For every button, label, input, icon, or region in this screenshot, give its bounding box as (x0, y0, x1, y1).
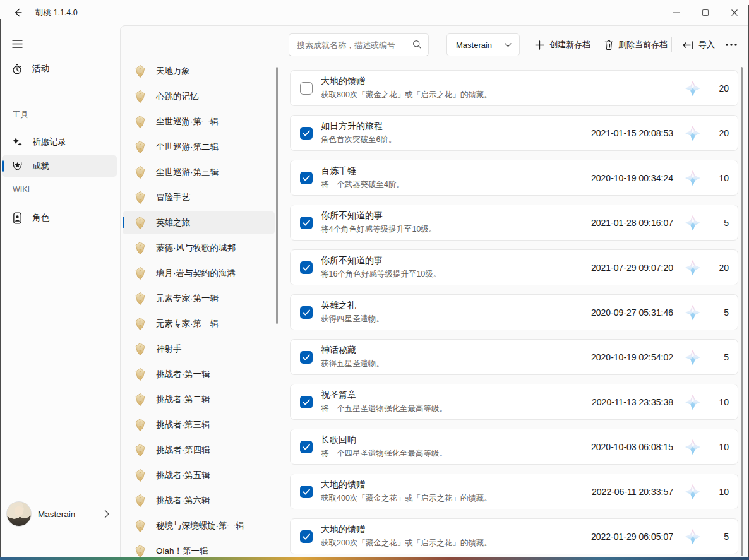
achievement-scrollbar[interactable] (741, 67, 743, 556)
maximize-button[interactable] (691, 0, 720, 25)
primogem-icon (685, 349, 701, 366)
sidebar-item-activity[interactable]: 活动 (2, 58, 117, 80)
minimize-icon (673, 9, 680, 16)
category-item[interactable]: 挑战者·第一辑 (123, 363, 275, 386)
achievement-checkbox[interactable] (300, 127, 313, 140)
category-item[interactable]: 尘世巡游·第二辑 (123, 136, 275, 158)
sidebar-item-achievements[interactable]: 成就 (2, 155, 117, 177)
maximize-icon (702, 9, 709, 16)
category-item[interactable]: 蒙德·风与牧歌的城邦 (123, 237, 275, 259)
category-label: 尘世巡游·第二辑 (156, 141, 219, 153)
achievement-title: 神话秘藏 (321, 345, 591, 356)
sidebar-item-label: 祈愿记录 (32, 136, 66, 148)
category-item[interactable]: 尘世巡游·第三辑 (123, 161, 275, 184)
chevron-down-icon (505, 43, 512, 47)
delete-archive-button[interactable]: 删除当前存档 (598, 33, 674, 56)
import-button[interactable]: 导入 (676, 33, 721, 56)
chevron-right-icon (104, 509, 110, 518)
import-icon (683, 41, 693, 49)
achievement-row[interactable]: 长歌回响 将一个四星圣遗物强化至最高等级。 2020-10-03 06:08:1… (290, 429, 738, 465)
achievement-reward-count: 10 (709, 173, 729, 183)
activity-icon (11, 63, 23, 75)
achievement-date: 2020-10-19 00:34:24 (591, 173, 673, 183)
category-list: 天地万象 心跳的记忆 尘世巡游·第一辑 尘世巡游·第二辑 尘世巡游·第三辑 冒险… (123, 60, 277, 560)
achievement-checkbox[interactable] (300, 486, 313, 498)
achievement-row[interactable]: 如日方升的旅程 角色首次突破至6阶。 2021-01-15 20:08:53 2… (290, 115, 738, 151)
achievement-row[interactable]: 你所不知道的事 将16个角色好感等级提升至10级。 2021-07-29 09:… (290, 249, 738, 285)
category-medal-icon (133, 367, 147, 381)
achievement-checkbox[interactable] (300, 217, 313, 229)
category-medal-icon (133, 140, 147, 154)
achievement-description: 将16个角色好感等级提升至10级。 (321, 269, 591, 280)
window-edge-left (0, 19, 1, 560)
category-item[interactable]: 挑战者·第四辑 (123, 439, 275, 462)
achievement-checkbox[interactable] (300, 172, 313, 184)
achievement-checkbox[interactable] (300, 306, 313, 319)
category-item[interactable]: 天地万象 (123, 60, 275, 83)
achievement-description: 获得五星圣遗物。 (321, 359, 591, 369)
back-button[interactable] (8, 4, 28, 21)
category-item[interactable]: 挑战者·第二辑 (123, 388, 275, 411)
achievement-row[interactable]: 大地的馈赠 获取200次「藏金之花」或「启示之花」的馈藏。 2022-01-29… (290, 518, 738, 554)
category-item[interactable]: 心跳的记忆 (123, 85, 275, 108)
titlebar: 胡桃 1.1.4.0 (0, 0, 749, 25)
achievement-checkbox[interactable] (300, 261, 313, 274)
category-item[interactable]: 秘境与深境螺旋·第一辑 (123, 515, 275, 537)
sidebar-section-tools: 工具 (13, 110, 28, 121)
more-options-button[interactable] (719, 33, 743, 56)
achievement-checkbox[interactable] (300, 351, 313, 364)
primogem-icon (685, 528, 701, 545)
category-item[interactable]: 挑战者·第五辑 (123, 464, 275, 487)
archive-selector[interactable]: Masterain (446, 33, 520, 56)
achievement-reward-count: 20 (709, 263, 729, 273)
achievement-checkbox[interactable] (300, 441, 313, 453)
achievement-list: 大地的馈赠 获取800次「藏金之花」或「启示之花」的馈藏。 20 如日方升的旅程… (290, 70, 738, 560)
category-item[interactable]: 挑战者·第三辑 (123, 414, 275, 436)
achievement-row[interactable]: 百炼千锤 将一个武器突破至4阶。 2020-10-19 00:34:24 10 (290, 160, 738, 196)
archive-selector-value: Masterain (456, 40, 505, 50)
category-label: 冒险手艺 (156, 192, 190, 203)
achievement-row[interactable]: 英雄之礼 获得四星圣遗物。 2020-09-27 05:31:46 5 (290, 294, 738, 330)
category-medal-icon (133, 266, 147, 280)
category-item[interactable]: 元素专家·第二辑 (123, 313, 275, 335)
achievement-description: 将一个五星圣遗物强化至最高等级。 (321, 403, 592, 414)
achievement-text: 大地的馈赠 获取200次「藏金之花」或「启示之花」的馈藏。 (321, 524, 591, 549)
category-label: Olah！第一辑 (156, 545, 208, 557)
search-box (289, 33, 429, 56)
category-medal-icon (133, 191, 147, 205)
category-label: 元素专家·第二辑 (156, 318, 219, 330)
achievement-checkbox[interactable] (300, 396, 313, 408)
achievement-reward-count: 5 (709, 307, 729, 318)
category-item[interactable]: 神射手 (123, 338, 275, 360)
search-input[interactable] (297, 34, 409, 56)
selection-indicator (2, 160, 4, 172)
achievement-checkbox[interactable] (300, 530, 313, 543)
primogem-icon (685, 394, 701, 410)
nav-toggle-button[interactable] (5, 33, 29, 54)
close-button[interactable] (720, 0, 749, 25)
sidebar-item-label: 成就 (32, 160, 49, 172)
sidebar-item-wish-record[interactable]: 祈愿记录 (2, 131, 117, 153)
achievement-row[interactable]: 神话秘藏 获得五星圣遗物。 2020-10-19 02:54:02 5 (290, 339, 738, 375)
category-item[interactable]: 英雄之旅 (123, 211, 275, 234)
category-item[interactable]: 尘世巡游·第一辑 (123, 110, 275, 133)
category-item[interactable]: 璃月·岩与契约的海港 (123, 262, 275, 285)
category-item[interactable]: 挑战者·第六辑 (123, 489, 275, 512)
category-item[interactable]: 冒险手艺 (123, 186, 275, 209)
achievement-row[interactable]: 祝圣篇章 将一个五星圣遗物强化至最高等级。 2020-11-13 23:35:3… (290, 384, 738, 420)
achievement-text: 神话秘藏 获得五星圣遗物。 (321, 345, 591, 369)
minimize-button[interactable] (662, 0, 691, 25)
achievement-text: 百炼千锤 将一个武器突破至4阶。 (321, 165, 591, 190)
achievement-row[interactable]: 大地的馈赠 获取400次「藏金之花」或「启示之花」的馈藏。 2022-06-11… (290, 474, 738, 509)
category-item[interactable]: 元素专家·第一辑 (123, 287, 275, 310)
category-scrollbar[interactable] (276, 67, 278, 324)
ellipsis-icon (726, 44, 737, 46)
achievement-reward-count: 20 (709, 83, 729, 93)
create-archive-button[interactable]: 创建新存档 (529, 33, 597, 56)
category-medal-icon (133, 519, 147, 533)
sidebar-item-characters[interactable]: 角色 (2, 207, 117, 229)
achievement-checkbox[interactable] (300, 82, 313, 95)
user-profile-button[interactable]: Masterain (0, 494, 120, 534)
achievement-row[interactable]: 大地的馈赠 获取800次「藏金之花」或「启示之花」的馈藏。 20 (290, 70, 738, 106)
achievement-row[interactable]: 你所不知道的事 将4个角色好感等级提升至10级。 2021-01-28 09:1… (290, 205, 738, 241)
